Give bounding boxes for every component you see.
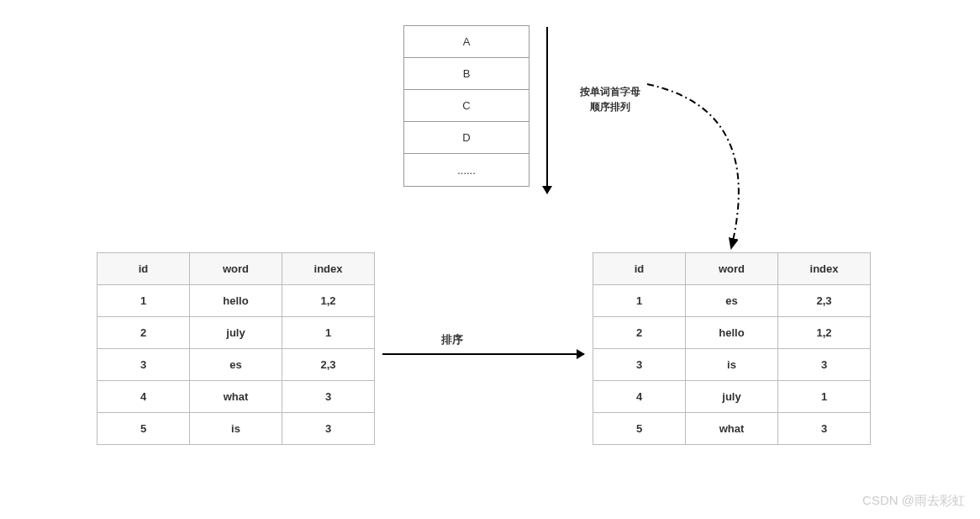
cell-id: 3 (593, 349, 686, 381)
cell-id: 3 (97, 349, 190, 381)
cell-id: 1 (97, 285, 190, 317)
sort-label: 排序 (441, 332, 463, 347)
arrow-right-icon (382, 353, 584, 355)
cell-index: 3 (282, 413, 375, 445)
alpha-cell: D (404, 122, 529, 154)
cell-index: 1 (778, 381, 871, 413)
table-row: 2 hello 1,2 (593, 317, 871, 349)
table-header-row: id word index (593, 253, 871, 285)
cell-id: 2 (593, 317, 686, 349)
col-header-id: id (97, 253, 190, 285)
cell-word: es (190, 349, 282, 381)
cell-id: 5 (593, 413, 686, 445)
cell-index: 3 (778, 349, 871, 381)
table-row: 5 is 3 (97, 413, 375, 445)
table-header-row: id word index (97, 253, 375, 285)
col-header-word: word (190, 253, 282, 285)
cell-word: hello (686, 317, 778, 349)
alphabet-list: A B C D ...... (403, 25, 530, 187)
cell-word: es (686, 285, 778, 317)
arrow-down-icon (546, 27, 548, 193)
cell-index: 2,3 (778, 285, 871, 317)
alpha-sort-label-line1: 按单词首字母 (580, 86, 640, 98)
cell-id: 4 (593, 381, 686, 413)
cell-id: 1 (593, 285, 686, 317)
alpha-cell: ...... (404, 154, 529, 186)
alpha-sort-label: 按单词首字母 顺序排列 (580, 84, 640, 114)
table-row: 3 is 3 (593, 349, 871, 381)
col-header-index: index (778, 253, 871, 285)
cell-word: is (686, 349, 778, 381)
cell-word: what (686, 413, 778, 445)
table-row: 4 what 3 (97, 381, 375, 413)
table-row: 1 es 2,3 (593, 285, 871, 317)
alpha-cell: C (404, 90, 529, 122)
table-row: 5 what 3 (593, 413, 871, 445)
table-row: 3 es 2,3 (97, 349, 375, 381)
col-header-id: id (593, 253, 686, 285)
cell-index: 1 (282, 317, 375, 349)
sorted-table: id word index 1 es 2,3 2 hello 1,2 3 is … (593, 252, 871, 445)
table-row: 4 july 1 (593, 381, 871, 413)
cell-word: hello (190, 285, 282, 317)
cell-id: 4 (97, 381, 190, 413)
source-table: id word index 1 hello 1,2 2 july 1 3 es … (97, 252, 375, 445)
cell-index: 3 (282, 381, 375, 413)
cell-word: what (190, 381, 282, 413)
cell-index: 1,2 (282, 285, 375, 317)
alpha-cell: B (404, 58, 529, 90)
cell-word: july (190, 317, 282, 349)
col-header-index: index (282, 253, 375, 285)
cell-id: 5 (97, 413, 190, 445)
alpha-sort-label-line2: 顺序排列 (590, 101, 630, 113)
cell-index: 1,2 (778, 317, 871, 349)
cell-index: 2,3 (282, 349, 375, 381)
col-header-word: word (686, 253, 778, 285)
table-row: 2 july 1 (97, 317, 375, 349)
table-row: 1 hello 1,2 (97, 285, 375, 317)
cell-index: 3 (778, 413, 871, 445)
cell-word: is (190, 413, 282, 445)
alpha-cell: A (404, 26, 529, 58)
cell-id: 2 (97, 317, 190, 349)
cell-word: july (686, 381, 778, 413)
watermark: CSDN @雨去彩虹 (862, 493, 965, 509)
